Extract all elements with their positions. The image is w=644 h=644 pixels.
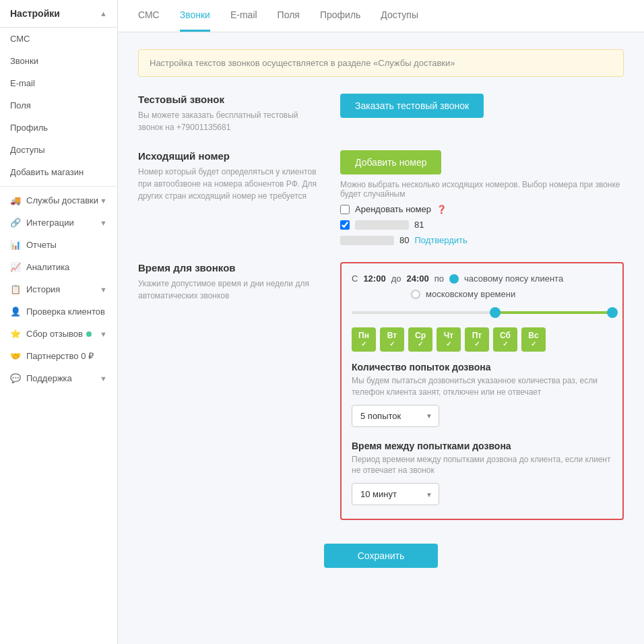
sidebar-integrations-label: Интеграции bbox=[26, 218, 74, 228]
history-chevron-icon: ▼ bbox=[100, 286, 107, 294]
test-call-title: Тестовый звонок bbox=[138, 94, 320, 105]
sidebar-fields-label: Поля bbox=[10, 100, 31, 110]
retry-time-desc: Период времени между попытками дозвона д… bbox=[352, 454, 612, 477]
day-sat[interactable]: Сб✓ bbox=[493, 327, 517, 352]
time-slider[interactable] bbox=[352, 306, 612, 319]
sidebar-calls-label: Звонки bbox=[10, 56, 38, 66]
time-range-row: С 12:00 до 24:00 по часовому поясу клиен… bbox=[352, 273, 612, 284]
sidebar-item-reports[interactable]: 📊 Отчеты bbox=[0, 234, 117, 256]
timezone-moscow-radio[interactable] bbox=[411, 290, 420, 299]
tab-calls[interactable]: Звонки bbox=[180, 0, 210, 32]
day-wed[interactable]: Ср✓ bbox=[408, 327, 432, 352]
partnership-icon: 🤝 bbox=[10, 351, 21, 361]
rent-help-icon[interactable]: ❓ bbox=[437, 205, 447, 214]
sidebar-item-profile[interactable]: Профиль bbox=[0, 117, 117, 139]
sidebar-support-label: Поддержка bbox=[26, 373, 72, 383]
sidebar-item-add-shop[interactable]: Добавить магазин bbox=[0, 161, 117, 183]
phone2-row: 80 Подтвердить bbox=[340, 235, 624, 245]
sidebar-item-history[interactable]: 📋 История ▼ bbox=[0, 278, 117, 300]
sidebar-add-shop-label: Добавить магазин bbox=[10, 167, 84, 177]
slider-thumb-left[interactable] bbox=[490, 307, 501, 318]
sidebar-item-support[interactable]: 💬 Поддержка ▼ bbox=[0, 367, 117, 389]
sidebar-access-label: Доступы bbox=[10, 145, 45, 155]
top-navigation: СМС Звонки E-mail Поля Профиль Доступы bbox=[118, 0, 644, 32]
tab-profile[interactable]: Профиль bbox=[320, 0, 360, 32]
retry-time-select[interactable]: 5 минут 10 минут 15 минут 20 минут 30 ми… bbox=[352, 483, 439, 505]
day-buttons-row: Пн✓ Вт✓ Ср✓ Чт✓ Пт✓ Сб✓ Вс✓ bbox=[352, 327, 612, 352]
reports-icon: 📊 bbox=[10, 240, 21, 250]
slider-track bbox=[352, 311, 612, 314]
sidebar-client-check-label: Проверка клиентов bbox=[26, 307, 105, 317]
rent-number-row: Арендовать номер ❓ bbox=[340, 204, 624, 214]
phone1-masked bbox=[355, 220, 409, 230]
sidebar-title: Настройки bbox=[10, 8, 60, 19]
phone2-suffix: 80 bbox=[399, 235, 409, 245]
day-thu[interactable]: Чт✓ bbox=[437, 327, 461, 352]
outgoing-helper-text: Можно выбрать несколько исходящих номеро… bbox=[340, 180, 624, 199]
save-button[interactable]: Сохранить bbox=[324, 544, 439, 568]
retry-time-select-wrapper: 5 минут 10 минут 15 минут 20 минут 30 ми… bbox=[352, 483, 439, 505]
sidebar: Настройки ▲ СМС Звонки E-mail Поля Профи… bbox=[0, 0, 118, 644]
phone1-checkbox[interactable] bbox=[340, 220, 350, 230]
phone1-suffix: 81 bbox=[414, 220, 424, 230]
timezone-moscow-row: московскому времени bbox=[352, 289, 612, 299]
call-time-left: Время для звонков Укажите допустимое вре… bbox=[138, 262, 320, 302]
call-time-right: С 12:00 до 24:00 по часовому поясу клиен… bbox=[340, 262, 624, 520]
sidebar-item-analytics[interactable]: 📈 Аналитика bbox=[0, 256, 117, 278]
section-outgoing-number: Исходящий номер Номер который будет опре… bbox=[138, 150, 624, 245]
sidebar-history-label: История bbox=[26, 284, 60, 294]
outgoing-right: Добавить номер Можно выбрать несколько и… bbox=[340, 150, 624, 245]
sidebar-sms-label: СМС bbox=[10, 34, 30, 44]
reviews-badge bbox=[86, 331, 92, 337]
timezone-client-label: часовому поясу клиента bbox=[464, 273, 563, 284]
test-call-button[interactable]: Заказать тестовый звонок bbox=[340, 94, 484, 118]
sidebar-item-sms[interactable]: СМС bbox=[0, 28, 117, 50]
support-chevron-icon: ▼ bbox=[100, 375, 107, 383]
integrations-chevron-icon: ▼ bbox=[100, 219, 107, 227]
tab-access[interactable]: Доступы bbox=[381, 0, 418, 32]
add-number-button[interactable]: Добавить номер bbox=[340, 150, 441, 174]
retry-count-title: Количество попыток дозвона bbox=[352, 362, 612, 373]
sidebar-item-reviews[interactable]: ⭐ Сбор отзывов ▼ bbox=[0, 323, 117, 345]
retry-count-desc: Мы будем пытаться дозвониться указанное … bbox=[352, 375, 612, 398]
save-section: Сохранить bbox=[138, 537, 624, 568]
sidebar-profile-label: Профиль bbox=[10, 123, 48, 133]
sidebar-item-access[interactable]: Доступы bbox=[0, 139, 117, 161]
test-call-right: Заказать тестовый звонок bbox=[340, 94, 624, 118]
outgoing-left: Исходящий номер Номер который будет опре… bbox=[138, 150, 320, 202]
retry-count-select[interactable]: 1 попытка 2 попытки 3 попытки 4 попытки … bbox=[352, 405, 439, 427]
sidebar-email-label: E-mail bbox=[10, 78, 35, 88]
call-time-box: С 12:00 до 24:00 по часовому поясу клиен… bbox=[340, 262, 624, 520]
day-tue[interactable]: Вт✓ bbox=[380, 327, 404, 352]
confirm-link[interactable]: Подтвердить bbox=[414, 235, 467, 245]
sidebar-item-delivery[interactable]: 🚚 Службы доставки ▼ bbox=[0, 189, 117, 212]
notice-box: Настройка текстов звонков осуществляется… bbox=[138, 49, 624, 77]
time-by: по bbox=[434, 273, 444, 284]
rent-number-label: Арендовать номер bbox=[355, 204, 431, 214]
time-to: 24:00 bbox=[406, 273, 428, 284]
history-icon: 📋 bbox=[10, 284, 21, 294]
outgoing-desc: Номер который будет определяться у клиен… bbox=[138, 166, 320, 202]
page-content: Настройка текстов звонков осуществляется… bbox=[118, 32, 644, 585]
sidebar-item-email[interactable]: E-mail bbox=[0, 72, 117, 94]
timezone-client-radio-dot bbox=[449, 274, 459, 284]
test-call-desc: Вы можете заказать бесплатный тестовый з… bbox=[138, 109, 320, 133]
day-sun[interactable]: Вс✓ bbox=[521, 327, 546, 352]
day-mon[interactable]: Пн✓ bbox=[352, 327, 376, 352]
sidebar-item-client-check[interactable]: 👤 Проверка клиентов bbox=[0, 300, 117, 323]
time-middle: до bbox=[391, 273, 401, 284]
analytics-icon: 📈 bbox=[10, 262, 21, 272]
sidebar-header[interactable]: Настройки ▲ bbox=[0, 0, 117, 28]
sidebar-item-fields[interactable]: Поля bbox=[0, 94, 117, 117]
tab-fields[interactable]: Поля bbox=[278, 0, 300, 32]
sidebar-item-partnership[interactable]: 🤝 Партнерство 0 ₽ bbox=[0, 345, 117, 367]
call-time-desc: Укажите допустимое время и дни недели дл… bbox=[138, 278, 320, 302]
rent-number-checkbox[interactable] bbox=[340, 205, 350, 214]
time-from: 12:00 bbox=[363, 273, 385, 284]
sidebar-item-integrations[interactable]: 🔗 Интеграции ▼ bbox=[0, 212, 117, 234]
tab-sms[interactable]: СМС bbox=[138, 0, 160, 32]
tab-email[interactable]: E-mail bbox=[230, 0, 257, 32]
sidebar-item-calls[interactable]: Звонки bbox=[0, 50, 117, 72]
day-fri[interactable]: Пт✓ bbox=[465, 327, 489, 352]
slider-thumb-right[interactable] bbox=[607, 307, 618, 318]
